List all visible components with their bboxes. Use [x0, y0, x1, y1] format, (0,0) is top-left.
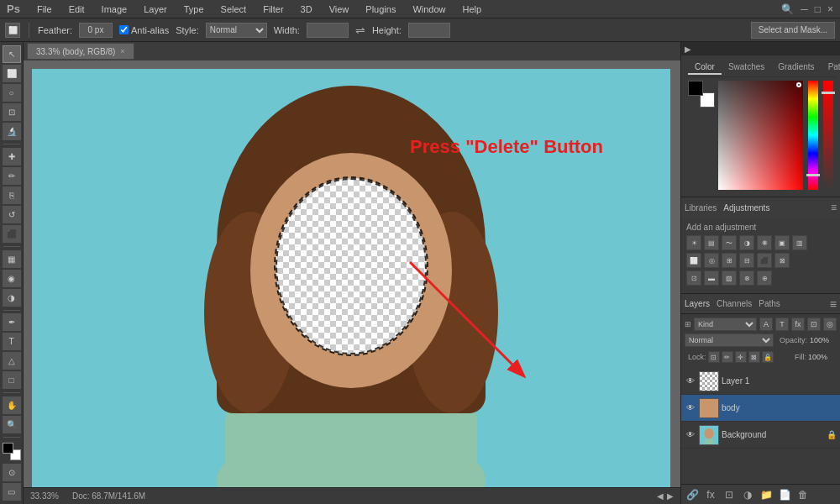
adj-brightness-icon[interactable]: ☀	[686, 235, 701, 250]
status-arrow-left[interactable]: ◀	[657, 491, 664, 501]
fg-bg-swatches[interactable]	[688, 81, 715, 108]
adj-selectivecolor-icon[interactable]: ▨	[722, 270, 737, 286]
menu-plugins[interactable]: Plugins	[362, 3, 399, 16]
antialias-checkbox[interactable]	[119, 25, 129, 34]
adjustments-menu-icon[interactable]: ≡	[831, 202, 837, 213]
canvas-scroll[interactable]: Press "Delete" Button	[24, 60, 680, 487]
healing-tool[interactable]: ✚	[3, 148, 21, 165]
blend-mode-select[interactable]: Normal	[685, 333, 774, 347]
selection-tool[interactable]: ⬜	[3, 65, 21, 82]
menu-filter[interactable]: Filter	[260, 3, 286, 16]
layer-visibility-background[interactable]: 👁	[685, 429, 696, 441]
panel-collapse-icon[interactable]: ▶	[685, 45, 691, 54]
move-tool[interactable]: ↖	[3, 45, 21, 63]
menu-file[interactable]: File	[34, 3, 55, 16]
feather-input[interactable]	[79, 23, 113, 38]
crop-tool[interactable]: ⊡	[3, 103, 21, 121]
adj-exposure-icon[interactable]: ◑	[739, 235, 754, 250]
dodge-tool[interactable]: ◑	[3, 289, 21, 307]
width-input[interactable]	[307, 23, 349, 38]
adj-colorlookup-icon[interactable]: ⊟	[739, 253, 754, 268]
menu-view[interactable]: View	[326, 3, 353, 16]
adj-extra1-icon[interactable]: ⊗	[739, 270, 754, 286]
lasso-tool[interactable]: ○	[3, 84, 21, 102]
tab-adjustments[interactable]: Adjustments	[723, 203, 769, 213]
minimize-icon[interactable]: ─	[801, 3, 808, 15]
pen-tool[interactable]: ✒	[3, 313, 21, 331]
clone-tool[interactable]: ⎘	[3, 186, 21, 204]
history-tool[interactable]: ↺	[3, 206, 21, 223]
layers-panel-menu-icon[interactable]: ≡	[830, 297, 837, 311]
layers-kind-select[interactable]: Kind	[694, 318, 757, 331]
layer-visibility-body[interactable]: 👁	[685, 402, 696, 414]
adj-invert-icon[interactable]: ⬛	[757, 253, 772, 268]
adj-posterize-icon[interactable]: ⊠	[774, 253, 790, 268]
layer-link-button[interactable]: 🔗	[685, 487, 700, 502]
shape-tool[interactable]: □	[3, 371, 21, 389]
lock-artboard-icon[interactable]: ⊠	[748, 351, 760, 363]
screen-mode-tool[interactable]: ▭	[3, 483, 21, 501]
tab-paths[interactable]: Paths	[759, 299, 780, 308]
lock-all-icon[interactable]: 🔒	[762, 351, 774, 363]
hand-tool[interactable]: ✋	[3, 396, 21, 414]
adj-threshold-icon[interactable]: ⊡	[686, 270, 701, 286]
menu-image[interactable]: Image	[98, 3, 131, 16]
style-select[interactable]: NormalFixed RatioFixed Size	[206, 23, 267, 38]
tab-patterns[interactable]: Patterns	[822, 60, 840, 75]
adj-gradientmap-icon[interactable]: ▬	[704, 270, 719, 286]
tab-layers[interactable]: Layers	[685, 299, 710, 308]
path-tool[interactable]: △	[3, 352, 21, 370]
lock-transparent-icon[interactable]: ⊡	[708, 351, 720, 363]
adj-colorbalance-icon[interactable]: ▥	[792, 235, 807, 250]
layer-group-button[interactable]: 📁	[759, 487, 774, 502]
adj-extra2-icon[interactable]: ⊕	[757, 270, 772, 286]
adj-hsl-icon[interactable]: ▣	[774, 235, 790, 250]
layer-visibility-layer1[interactable]: 👁	[685, 375, 696, 387]
layer-mask-button[interactable]: ⊡	[722, 487, 737, 502]
search-icon[interactable]: 🔍	[781, 3, 794, 15]
select-and-mask-button[interactable]: Select and Mask...	[751, 22, 835, 39]
maximize-icon[interactable]: □	[815, 3, 821, 15]
layer-new-button[interactable]: 📄	[777, 487, 792, 502]
lock-pixels-icon[interactable]: ✏	[722, 351, 733, 363]
tab-gradients[interactable]: Gradients	[771, 60, 821, 75]
adj-bw-icon[interactable]: ⬜	[686, 253, 701, 268]
adj-photofilter-icon[interactable]: ◎	[704, 253, 719, 268]
hue-slider[interactable]	[808, 81, 818, 190]
tab-channels[interactable]: Channels	[717, 299, 752, 308]
menu-window[interactable]: Window	[409, 3, 449, 16]
adj-curves-icon[interactable]: 〜	[722, 235, 737, 250]
menu-help[interactable]: Help	[459, 3, 486, 16]
antialias-label[interactable]: Anti-alias	[119, 25, 169, 35]
tab-swatches[interactable]: Swatches	[722, 60, 771, 75]
gradient-tool[interactable]: ▦	[3, 250, 21, 268]
fg-bg-color-swatch[interactable]	[3, 443, 21, 460]
layers-filter-icon-adj[interactable]: ⊡	[807, 318, 821, 331]
tab-color[interactable]: Color	[688, 60, 722, 75]
close-icon[interactable]: ×	[827, 3, 833, 15]
zoom-tool[interactable]: 🔍	[3, 416, 21, 433]
height-input[interactable]	[408, 23, 450, 38]
layer-fx-button[interactable]: fx	[703, 487, 718, 502]
brush-tool[interactable]: ✏	[3, 167, 21, 185]
text-tool[interactable]: T	[3, 333, 21, 350]
adj-vibrance-icon[interactable]: ❋	[757, 235, 772, 250]
menu-3d[interactable]: 3D	[297, 3, 316, 16]
marquee-tool-icon[interactable]: ⬜	[5, 23, 20, 38]
status-arrow-right[interactable]: ▶	[667, 491, 674, 501]
layers-filter-icon-smart[interactable]: ◎	[823, 318, 837, 331]
eyedropper-tool[interactable]: 🔬	[3, 123, 21, 140]
swap-icon[interactable]: ⇌	[355, 24, 365, 37]
layer-item-background[interactable]: 👁 Background 🔒	[681, 422, 840, 449]
gradient-cursor[interactable]	[796, 82, 801, 87]
menu-layer[interactable]: Layer	[140, 3, 171, 16]
adj-levels-icon[interactable]: ▤	[704, 235, 719, 250]
quick-mask-tool[interactable]: ⊙	[3, 464, 21, 481]
adj-channelmixer-icon[interactable]: ⊞	[722, 253, 737, 268]
layers-filter-icon-fx[interactable]: fx	[791, 318, 805, 331]
menu-edit[interactable]: Edit	[66, 3, 88, 16]
menu-select[interactable]: Select	[218, 3, 250, 16]
lock-position-icon[interactable]: ✛	[735, 351, 747, 363]
eraser-tool[interactable]: ⬛	[3, 225, 21, 243]
layers-filter-icon-a[interactable]: A	[759, 318, 773, 331]
